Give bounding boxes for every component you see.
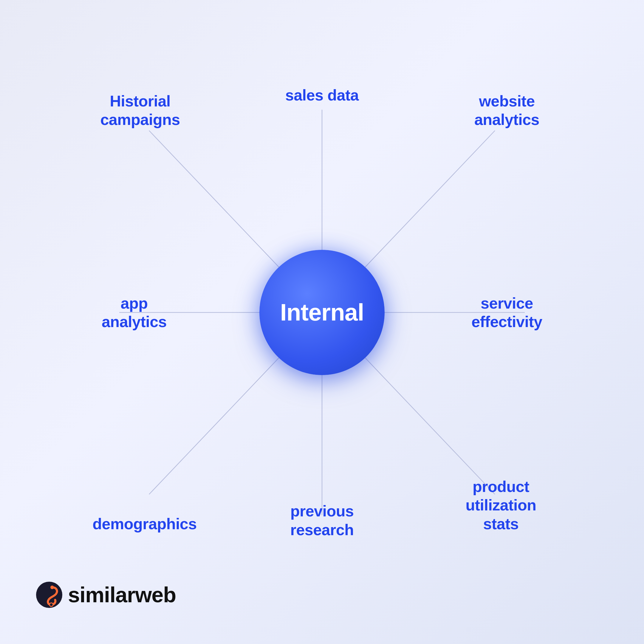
node-service: service effectivity [462, 294, 552, 331]
center-node: Internal [259, 250, 385, 375]
node-website: website analytics [462, 92, 552, 129]
node-previous: previous research [277, 502, 367, 539]
node-product: product utilization stats [450, 477, 552, 533]
logo-container: similarweb [36, 581, 176, 608]
node-sales: sales data [277, 86, 367, 104]
diagram-container: Internal Historial campaigns sales data … [83, 74, 561, 551]
svg-point-9 [50, 586, 54, 589]
node-demographics: demographics [92, 515, 197, 533]
svg-point-10 [49, 603, 53, 606]
similarweb-logo-icon [36, 581, 63, 608]
logo-text: similarweb [68, 583, 176, 607]
node-app: app analytics [92, 294, 176, 331]
node-historical: Historial campaigns [92, 92, 188, 129]
center-label: Internal [280, 299, 364, 326]
